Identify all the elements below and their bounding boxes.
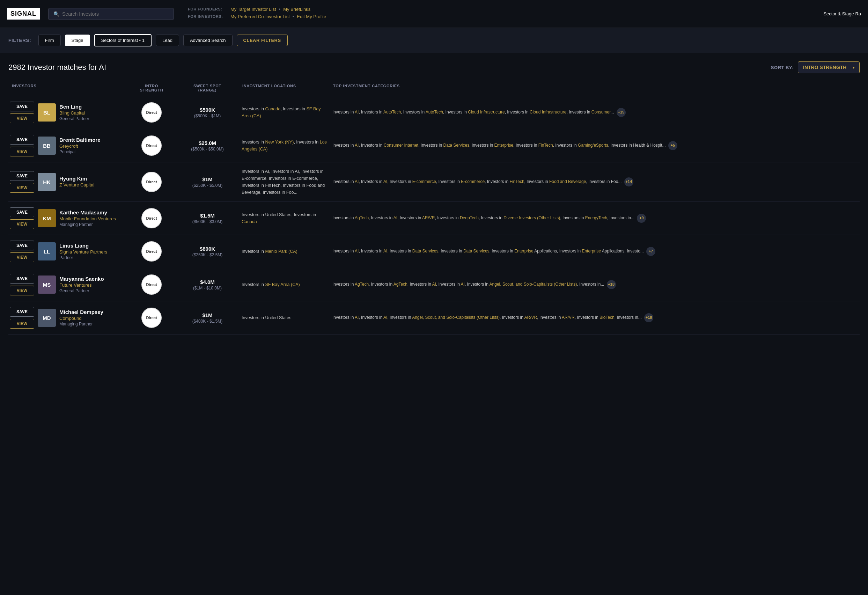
filter-advanced-button[interactable]: Advanced Search — [183, 35, 233, 46]
investor-info: Ben Ling Bling Capital General Partner — [59, 104, 127, 121]
investor-table: SAVE VIEW BL Ben Ling Bling Capital Gene… — [8, 96, 860, 335]
action-buttons: SAVE VIEW — [10, 102, 34, 123]
nav-edit-profile[interactable]: Edit My Profile — [297, 14, 326, 19]
save-button[interactable]: SAVE — [10, 274, 34, 283]
filter-sectors-button[interactable]: Sectors of Interest • 1 — [94, 34, 152, 46]
categories-cell: Investors in AgTech, Investors in AI, In… — [329, 214, 860, 223]
investor-title: Managing Partner — [59, 222, 127, 227]
investor-firm[interactable]: Future Ventures — [59, 282, 127, 288]
table-row: SAVE VIEW MD Michael Dempsey Compound Ma… — [8, 301, 860, 335]
action-buttons: SAVE VIEW — [10, 135, 34, 157]
save-button[interactable]: SAVE — [10, 241, 34, 250]
category-count-badge: +14 — [624, 177, 633, 186]
category-count-badge: +5 — [668, 141, 678, 150]
header-right-text: Sector & Stage Ra — [823, 11, 861, 16]
sweetspot-amount: $1M — [202, 312, 212, 318]
search-bar[interactable]: 🔍 — [48, 8, 174, 20]
action-buttons: SAVE VIEW — [10, 307, 34, 329]
col-categories: TOP INVESTMENT CATEGORIES — [329, 84, 860, 92]
for-founders-label: FOR FOUNDERS: — [188, 7, 226, 11]
view-button[interactable]: VIEW — [10, 286, 34, 295]
investor-info: Maryanna Saenko Future Ventures General … — [59, 276, 127, 293]
avatar: BL — [38, 103, 56, 121]
table-header: INVESTORS INTROSTRENGTH SWEET SPOT(RANGE… — [8, 80, 860, 96]
category-count-badge: +18 — [644, 313, 653, 322]
nav-coinvestor-list[interactable]: My Preferred Co-Investor List — [230, 14, 290, 19]
categories-cell: Investors in AI, Investors in AutoTech, … — [329, 108, 860, 117]
categories-cell: Investors in AI, Investors in AI, Invest… — [329, 247, 860, 256]
sweetspot-range: ($250K - $5.0M) — [192, 183, 223, 188]
investor-firm[interactable]: Signia Venture Partners — [59, 249, 127, 255]
filter-firm-button[interactable]: Firm — [38, 35, 61, 46]
filter-stage-button[interactable]: Stage — [65, 35, 90, 46]
direct-cell: Direct — [127, 308, 176, 328]
nav-target-investor-list[interactable]: My Target Investor List — [230, 7, 276, 12]
investor-cell: SAVE VIEW KM Karthee Madasamy Mobile Fou… — [8, 207, 127, 229]
view-button[interactable]: VIEW — [10, 147, 34, 157]
investor-firm[interactable]: Mobile Foundation Ventures — [59, 216, 127, 221]
nav-brieflinks[interactable]: My BriefLinks — [283, 7, 310, 12]
direct-badge: Direct — [142, 308, 162, 328]
direct-badge: Direct — [142, 208, 162, 228]
view-button[interactable]: VIEW — [10, 252, 34, 262]
investor-firm[interactable]: Greycroft — [59, 143, 127, 149]
view-button[interactable]: VIEW — [10, 219, 34, 229]
save-button[interactable]: SAVE — [10, 307, 34, 317]
action-buttons: SAVE VIEW — [10, 207, 34, 229]
filter-lead-button[interactable]: Lead — [156, 35, 179, 46]
col-locations: INVESTMENT LOCATIONS — [239, 84, 329, 92]
table-row: SAVE VIEW KM Karthee Madasamy Mobile Fou… — [8, 202, 860, 235]
view-button[interactable]: VIEW — [10, 319, 34, 329]
investor-info: Hyung Kim Z Venture Capital — [59, 176, 127, 188]
direct-cell: Direct — [127, 275, 176, 295]
investor-cell: SAVE VIEW MS Maryanna Saenko Future Vent… — [8, 274, 127, 295]
col-investors: INVESTORS — [8, 84, 127, 92]
sort-select[interactable]: INTRO STRENGTH Name Sweet Spot — [798, 62, 860, 73]
search-input[interactable] — [62, 11, 169, 17]
locations-cell: Investors in SF Bay Area (CA) — [239, 281, 329, 288]
investor-firm[interactable]: Z Venture Capital — [59, 182, 127, 188]
direct-cell: Direct — [127, 208, 176, 228]
investor-info: Brentt Baltimore Greycroft Principal — [59, 137, 127, 154]
sweetspot-range: ($400K - $1.5M) — [192, 319, 223, 324]
avatar: MS — [38, 276, 56, 294]
table-row: SAVE VIEW LL Linus Liang Signia Venture … — [8, 235, 860, 268]
sweetspot-amount: $800K — [200, 246, 215, 252]
investor-firm[interactable]: Compound — [59, 316, 127, 321]
results-header: 2982 Investor matches for AI SORT BY: IN… — [8, 62, 860, 73]
categories-cell: Investors in AgTech, Investors in AgTech… — [329, 280, 860, 289]
investor-firm[interactable]: Bling Capital — [59, 110, 127, 115]
direct-cell: Direct — [127, 172, 176, 192]
sweetspot-range: ($250K - $2.5M) — [192, 252, 223, 257]
investor-title: General Partner — [59, 288, 127, 293]
save-button[interactable]: SAVE — [10, 207, 34, 217]
category-count-badge: +7 — [646, 247, 655, 256]
table-row: SAVE VIEW BL Ben Ling Bling Capital Gene… — [8, 96, 860, 129]
categories-cell: Investors in AI, Investors in Consumer I… — [329, 141, 860, 150]
category-count-badge: +18 — [607, 280, 616, 289]
save-button[interactable]: SAVE — [10, 135, 34, 145]
direct-cell: Direct — [127, 102, 176, 123]
save-button[interactable]: SAVE — [10, 171, 34, 181]
view-button[interactable]: VIEW — [10, 114, 34, 123]
avatar: LL — [38, 242, 56, 260]
table-row: SAVE VIEW HK Hyung Kim Z Venture Capital… — [8, 162, 860, 202]
sweetspot-cell: $25.0M ($500K - $50.0M) — [176, 140, 239, 152]
sweetspot-amount: $4.0M — [200, 279, 215, 285]
investor-title: General Partner — [59, 116, 127, 121]
locations-cell: Investors in United States — [239, 314, 329, 321]
locations-cell: Investors in AI, Investors in AI, Invest… — [239, 168, 329, 196]
investor-name: Ben Ling — [59, 104, 127, 110]
investor-cell: SAVE VIEW BL Ben Ling Bling Capital Gene… — [8, 102, 127, 123]
action-buttons: SAVE VIEW — [10, 241, 34, 262]
logo: SIGNAL — [7, 8, 40, 19]
sweetspot-cell: $800K ($250K - $2.5M) — [176, 246, 239, 257]
save-button[interactable]: SAVE — [10, 102, 34, 111]
clear-filters-button[interactable]: CLEAR FILTERS — [237, 35, 288, 46]
table-row: SAVE VIEW MS Maryanna Saenko Future Vent… — [8, 268, 860, 301]
investor-name: Brentt Baltimore — [59, 137, 127, 143]
investor-name: Maryanna Saenko — [59, 276, 127, 282]
category-count-badge: +9 — [637, 214, 646, 223]
locations-cell: Investors in Menlo Park (CA) — [239, 248, 329, 255]
view-button[interactable]: VIEW — [10, 183, 34, 193]
